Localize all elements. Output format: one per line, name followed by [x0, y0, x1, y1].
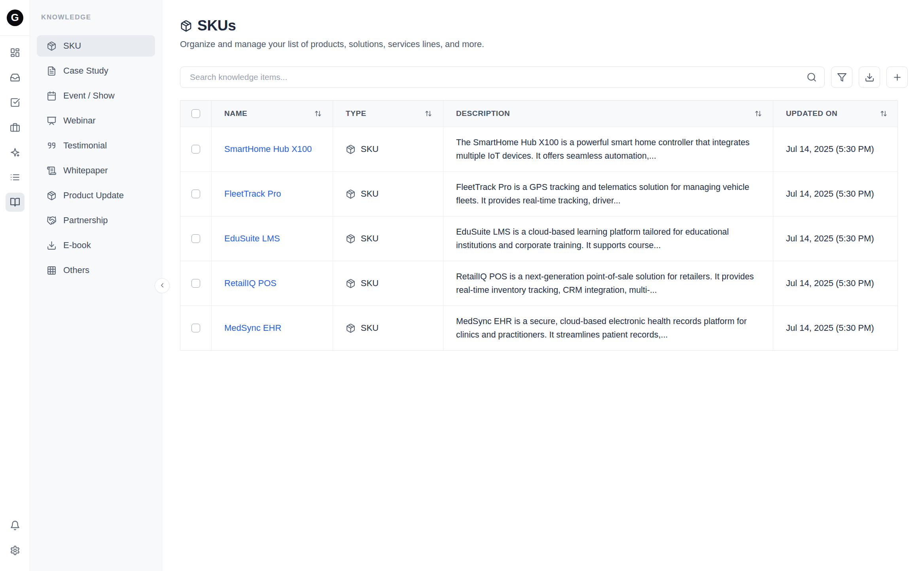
item-updated-on: Jul 14, 2025 (5:30 PM) [773, 172, 898, 216]
item-description: RetailIQ POS is a next-generation point-… [443, 261, 773, 305]
check-square-icon [10, 97, 20, 108]
sidebar-item-whitepaper[interactable]: Whitepaper [37, 160, 155, 181]
add-button[interactable] [886, 66, 908, 88]
sidebar-item-label: Webinar [63, 116, 96, 126]
calendar-icon [47, 91, 57, 101]
column-header-type[interactable]: TYPE [333, 101, 443, 127]
sidebar-nav: SKUCase StudyEvent / ShowWebinarTestimon… [30, 21, 162, 281]
table-row: FleetTrack ProSKUFleetTrack Pro is a GPS… [180, 171, 897, 216]
download-icon [865, 72, 875, 82]
sidebar-collapse-button[interactable] [155, 278, 170, 293]
row-checkbox[interactable] [191, 145, 200, 154]
download-icon [47, 241, 57, 250]
rail-item-layout-dashboard[interactable] [6, 43, 25, 62]
column-header-description[interactable]: DESCRIPTION [443, 101, 773, 127]
item-name-link[interactable]: EduSuite LMS [224, 233, 280, 244]
download-button[interactable] [859, 66, 880, 88]
list-icon [10, 172, 20, 182]
item-name-link[interactable]: FleetTrack Pro [224, 189, 281, 199]
package-icon [346, 234, 356, 244]
sidebar-item-others[interactable]: Others [37, 260, 155, 281]
rail-item-bell[interactable] [6, 516, 25, 535]
sort-icon[interactable] [880, 110, 887, 117]
rail-item-sparkles[interactable] [6, 143, 25, 162]
sidebar-section-label: KNOWLEDGE [30, 0, 162, 21]
app: G KNOWLEDGE SKUCase StudyEvent / ShowWeb… [0, 0, 924, 571]
sidebar-item-partnership[interactable]: Partnership [37, 210, 155, 231]
chevron-left-icon [159, 282, 166, 290]
sort-icon[interactable] [425, 110, 432, 117]
row-checkbox[interactable] [191, 324, 200, 332]
page-header: SKUs Organize and manage your list of pr… [162, 0, 924, 49]
book-open-icon [10, 197, 20, 207]
package-icon [180, 20, 192, 32]
filter-button[interactable] [831, 66, 852, 88]
sidebar-item-e-book[interactable]: E-book [37, 235, 155, 256]
item-name-link[interactable]: MedSync EHR [224, 323, 281, 333]
rail-item-briefcase[interactable] [6, 118, 25, 137]
sidebar-item-label: Partnership [63, 215, 108, 226]
sidebar-item-label: Others [63, 265, 89, 275]
item-type: SKU [361, 189, 379, 199]
knowledge-table: NAMETYPEDESCRIPTIONUPDATED ON SmartHome … [180, 100, 898, 351]
package-icon [346, 279, 356, 288]
row-checkbox[interactable] [191, 234, 200, 243]
item-type: SKU [361, 233, 379, 244]
sidebar-item-testimonial[interactable]: Testimonial [37, 135, 155, 156]
sidebar-item-event-show[interactable]: Event / Show [37, 85, 155, 106]
select-all-checkbox[interactable] [191, 109, 200, 118]
rail-item-book-open[interactable] [6, 193, 25, 212]
sidebar-item-label: Case Study [63, 66, 108, 76]
icon-rail: G [0, 0, 30, 571]
row-checkbox[interactable] [191, 279, 200, 288]
grid-icon [47, 266, 57, 275]
table-row: MedSync EHRSKUMedSync EHR is a secure, c… [180, 305, 897, 350]
rail-item-list[interactable] [6, 168, 25, 187]
item-description: MedSync EHR is a secure, cloud-based ele… [443, 306, 773, 350]
handshake-icon [47, 216, 57, 226]
rail-nav [6, 36, 25, 212]
item-description: FleetTrack Pro is a GPS tracking and tel… [443, 172, 773, 216]
sidebar-item-label: Product Update [63, 190, 124, 201]
column-header-updated[interactable]: UPDATED ON [773, 101, 898, 127]
item-name-link[interactable]: SmartHome Hub X100 [224, 144, 312, 154]
app-logo[interactable]: G [0, 0, 30, 36]
sort-icon[interactable] [314, 110, 322, 117]
row-checkbox[interactable] [191, 190, 200, 198]
sidebar-item-label: Testimonial [63, 140, 107, 151]
item-description: The SmartHome Hub X100 is a powerful sma… [443, 127, 773, 171]
rail-item-check-square[interactable] [6, 93, 25, 112]
table-body: SmartHome Hub X100SKUThe SmartHome Hub X… [180, 127, 897, 350]
sidebar-item-case-study[interactable]: Case Study [37, 60, 155, 82]
search-input[interactable] [180, 66, 825, 88]
sidebar-item-sku[interactable]: SKU [37, 35, 155, 57]
package-icon [346, 323, 356, 333]
item-updated-on: Jul 14, 2025 (5:30 PM) [773, 216, 898, 261]
sidebar-item-label: Whitepaper [63, 165, 108, 176]
package-icon [346, 189, 356, 199]
file-text-icon [47, 66, 57, 76]
item-description: EduSuite LMS is a cloud-based learning p… [443, 216, 773, 261]
page-subtitle: Organize and manage your list of product… [180, 39, 924, 49]
item-updated-on: Jul 14, 2025 (5:30 PM) [773, 261, 898, 305]
rail-item-gear[interactable] [6, 541, 25, 560]
sidebar-item-webinar[interactable]: Webinar [37, 110, 155, 131]
sort-icon[interactable] [755, 110, 762, 117]
plus-icon [892, 72, 902, 82]
item-updated-on: Jul 14, 2025 (5:30 PM) [773, 127, 898, 171]
table-row: SmartHome Hub X100SKUThe SmartHome Hub X… [180, 127, 897, 171]
column-label: UPDATED ON [786, 109, 837, 118]
gear-icon [10, 545, 20, 556]
rail-item-inbox[interactable] [6, 68, 25, 87]
column-header-name[interactable]: NAME [211, 101, 333, 127]
sidebar-item-label: Event / Show [63, 91, 115, 101]
item-name-link[interactable]: RetailIQ POS [224, 278, 276, 288]
toolbar-buttons [831, 66, 908, 88]
rail-bottom [6, 516, 25, 571]
table-row: EduSuite LMSSKUEduSuite LMS is a cloud-b… [180, 216, 897, 261]
sidebar-item-product-update[interactable]: Product Update [37, 185, 155, 206]
inbox-icon [10, 72, 20, 83]
briefcase-icon [10, 122, 20, 133]
quote-icon [47, 141, 57, 151]
page-title: SKUs [197, 17, 236, 34]
